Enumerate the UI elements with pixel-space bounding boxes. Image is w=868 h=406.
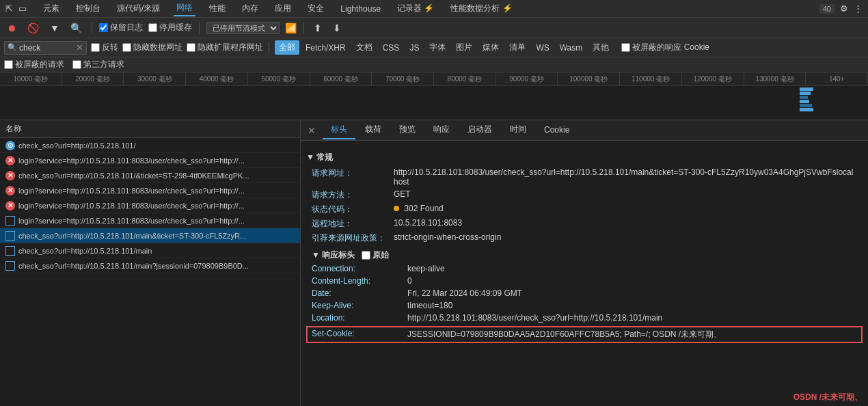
item-icon-error: ✕ [5, 201, 15, 211]
throttle-select[interactable]: 已停用节流模式 [206, 22, 280, 34]
blocked-cookie-label[interactable]: 被屏蔽的响应 Cookie [621, 42, 709, 53]
menu-sources[interactable]: 源代码/来源 [114, 1, 163, 16]
item-text: login?service=http://10.5.218.101:8083/u… [18, 157, 295, 165]
invert-checkbox[interactable] [91, 43, 100, 52]
list-item[interactable]: ✕ login?service=http://10.5.218.101:8083… [0, 183, 300, 198]
top-menu-bar: ⇱ ▭ 元素 控制台 源代码/来源 网络 性能 内存 应用 安全 Lightho… [0, 0, 868, 18]
upload-button[interactable]: ⬆ [311, 21, 325, 35]
hide-data-url-label[interactable]: 隐藏数据网址 [122, 42, 182, 53]
filter-doc[interactable]: 文档 [352, 40, 377, 55]
list-item[interactable]: ✕ check_sso?url=http://10.5.218.101/&tic… [0, 168, 300, 183]
filter-media[interactable]: 媒体 [478, 40, 503, 55]
toolbar-row: ⏺ 🚫 ▼ 🔍 保留日志 停用缓存 已停用节流模式 📶 ⬆ ⬇ [0, 18, 868, 38]
timeline-bar-5 [800, 104, 812, 107]
list-item[interactable]: check_sso?url=http://10.5.218.101/main [0, 243, 300, 258]
right-panel: ✕ 标头 载荷 预览 响应 启动器 时间 Cookie ▼ 常规 请求网址： h… [301, 120, 868, 406]
wifi-icon[interactable]: 📶 [285, 23, 297, 33]
filter-css[interactable]: CSS [379, 40, 404, 55]
list-item[interactable]: check_sso?url=http://10.5.218.101/main&t… [0, 228, 300, 243]
detail-row-status: 状态代码： 302 Found [306, 202, 863, 217]
download-button[interactable]: ⬇ [330, 21, 344, 35]
record-button[interactable]: ⏺ [4, 21, 19, 35]
filter-font[interactable]: 字体 [425, 40, 450, 55]
disable-cache-checkbox[interactable] [148, 23, 157, 32]
list-item[interactable]: check_sso?url=http://10.5.218.101/main?j… [0, 258, 300, 273]
tab-initiator[interactable]: 启动器 [459, 121, 500, 139]
item-icon-doc [5, 261, 15, 271]
timeline-bar-3 [800, 96, 808, 99]
menu-security[interactable]: 安全 [305, 1, 327, 16]
search-button[interactable]: 🔍 [68, 21, 85, 35]
blocked-requests-label[interactable]: 被屏蔽的请求 [4, 59, 64, 70]
filter-js[interactable]: JS [405, 40, 423, 55]
filter-fetch-xhr[interactable]: Fetch/XHR [301, 40, 350, 55]
third-party-checkbox[interactable] [72, 60, 81, 69]
issues-badge[interactable]: 40 [819, 4, 835, 14]
invert-label[interactable]: 反转 [91, 42, 118, 53]
disable-cache-label[interactable]: 停用缓存 [148, 22, 192, 33]
menu-console[interactable]: 控制台 [73, 1, 103, 16]
response-value-content-length: 0 [407, 276, 857, 286]
search-input[interactable] [19, 43, 74, 53]
menu-perf-insights[interactable]: 性能数据分析 ⚡ [448, 1, 515, 16]
timeline-area[interactable]: 10000 毫秒 20000 毫秒 30000 毫秒 40000 毫秒 5000… [0, 72, 868, 120]
preserve-log-label[interactable]: 保留日志 [99, 22, 143, 33]
watermark: OSDN /未来可期、 [794, 392, 863, 403]
original-checkbox[interactable] [362, 251, 370, 260]
filter-button[interactable]: ▼ [47, 21, 62, 35]
preserve-log-checkbox[interactable] [99, 23, 108, 32]
cursor-icon[interactable]: ⇱ [5, 3, 13, 14]
left-panel[interactable]: 名称 ⊙ check_sso?url=http://10.5.218.101/ … [0, 120, 301, 406]
detail-value-status: 302 Found [394, 204, 857, 215]
menu-elements[interactable]: 元素 [40, 1, 62, 16]
search-icon: 🔍 [8, 43, 17, 52]
general-section-header[interactable]: ▼ 常规 [306, 152, 863, 163]
tick-6: 70000 毫秒 [372, 72, 434, 85]
list-item[interactable]: ✕ login?service=http://10.5.218.101:8083… [0, 153, 300, 168]
list-item[interactable]: ⊙ check_sso?url=http://10.5.218.101/ [0, 138, 300, 153]
filter-wasm[interactable]: Wasm [556, 40, 587, 55]
settings-icon[interactable]: ⚙ [840, 3, 848, 14]
close-detail-button[interactable]: ✕ [305, 124, 318, 137]
filter-row: 🔍 ✕ 反转 隐藏数据网址 隐藏扩展程序网址 全部 Fetch/XHR 文档 C… [0, 38, 868, 57]
tab-timing[interactable]: 时间 [502, 121, 534, 139]
tab-response[interactable]: 响应 [425, 121, 458, 139]
tab-payload[interactable]: 载荷 [357, 121, 390, 139]
menu-lighthouse[interactable]: Lighthouse [338, 3, 383, 15]
clear-search-icon[interactable]: ✕ [76, 42, 83, 53]
tab-headers[interactable]: 标头 [323, 121, 355, 139]
detail-value-method: GET [394, 189, 857, 201]
menu-recorder[interactable]: 记录器 ⚡ [394, 1, 437, 16]
filter-other[interactable]: 其他 [588, 40, 613, 55]
device-icon[interactable]: ▭ [18, 3, 27, 14]
separator-filter [269, 42, 269, 53]
item-text: check_sso?url=http://10.5.218.101/ [18, 141, 295, 150]
filter-all[interactable]: 全部 [275, 40, 299, 55]
original-checkbox-label[interactable]: 原始 [362, 249, 389, 261]
hide-ext-url-checkbox[interactable] [187, 43, 195, 52]
more-icon[interactable]: ⋮ [854, 3, 863, 14]
tab-cookie[interactable]: Cookie [536, 122, 578, 139]
list-item[interactable]: login?service=http://10.5.218.101:8083/u… [0, 213, 300, 228]
response-row-content-length: Content-Length: 0 [306, 275, 863, 287]
menu-application[interactable]: 应用 [272, 1, 294, 16]
filter-img[interactable]: 图片 [452, 40, 476, 55]
tick-0: 10000 毫秒 [0, 72, 62, 85]
hide-ext-url-label[interactable]: 隐藏扩展程序网址 [187, 42, 263, 53]
menu-memory[interactable]: 内存 [239, 1, 261, 16]
blocked-requests-checkbox[interactable] [4, 60, 13, 69]
menu-performance[interactable]: 性能 [206, 1, 228, 16]
timeline-graph[interactable] [0, 86, 868, 120]
blocked-cookie-checkbox[interactable] [621, 43, 630, 52]
separator-2 [199, 23, 200, 33]
hide-data-url-checkbox[interactable] [122, 43, 131, 52]
third-party-label[interactable]: 第三方请求 [72, 59, 124, 70]
detail-key-status: 状态代码： [312, 204, 394, 215]
filter-manifest[interactable]: 清单 [505, 40, 530, 55]
tab-preview[interactable]: 预览 [391, 121, 424, 139]
list-item[interactable]: ✕ login?service=http://10.5.218.101:8083… [0, 198, 300, 213]
top-right-controls: 40 ⚙ ⋮ [819, 3, 863, 14]
filter-ws[interactable]: WS [532, 40, 553, 55]
clear-button[interactable]: 🚫 [25, 21, 42, 35]
menu-network[interactable]: 网络 [174, 1, 195, 16]
